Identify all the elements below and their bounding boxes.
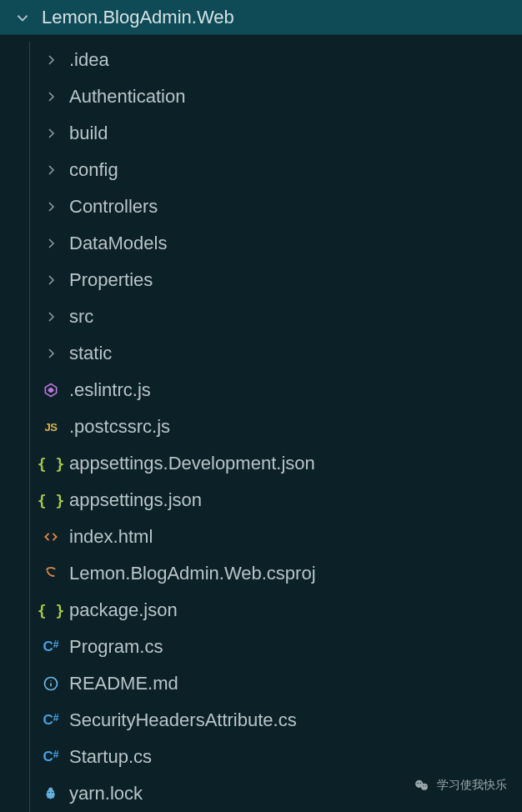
item-label: .idea <box>69 49 109 71</box>
file-item[interactable]: { }package.json <box>0 592 522 629</box>
folder-item[interactable]: Properties <box>0 262 522 298</box>
file-item[interactable]: C#Program.cs <box>0 629 522 665</box>
folder-item[interactable]: Authentication <box>0 78 522 115</box>
item-label: DataModels <box>69 233 167 254</box>
item-label: Authentication <box>69 86 185 108</box>
info-icon <box>41 674 61 694</box>
item-label: package.json <box>69 599 178 621</box>
item-label: SecurityHeadersAttribute.cs <box>69 709 297 731</box>
item-label: static <box>69 343 112 364</box>
file-item[interactable]: C#SecurityHeadersAttribute.cs <box>0 702 522 739</box>
watermark-text: 学习使我快乐 <box>437 778 507 793</box>
item-label: Lemon.BlogAdmin.Web.csproj <box>69 563 316 584</box>
file-tree: .ideaAuthenticationbuildconfigController… <box>0 35 522 812</box>
chevron-down-icon <box>15 10 30 25</box>
file-item[interactable]: index.html <box>0 519 522 555</box>
svg-point-13 <box>425 785 426 786</box>
svg-point-12 <box>423 785 424 786</box>
js-icon: JS <box>41 417 61 437</box>
csproj-icon <box>41 564 61 584</box>
wechat-icon <box>414 777 430 794</box>
item-label: src <box>69 306 93 328</box>
item-label: appsettings.Development.json <box>69 453 315 474</box>
chevron-right-icon <box>41 307 61 327</box>
file-item[interactable]: README.md <box>0 665 522 702</box>
chevron-right-icon <box>41 343 61 363</box>
item-label: Controllers <box>69 196 158 218</box>
csharp-icon: C# <box>41 637 61 657</box>
json-icon: { } <box>41 454 61 474</box>
csharp-icon: C# <box>41 710 61 730</box>
svg-point-6 <box>48 792 50 794</box>
svg-marker-1 <box>48 388 54 393</box>
folder-item[interactable]: config <box>0 152 522 188</box>
chevron-right-icon <box>41 87 61 107</box>
folder-item[interactable]: .idea <box>0 42 522 78</box>
item-label: .eslintrc.js <box>69 379 151 401</box>
yarn-icon <box>41 784 61 804</box>
file-item[interactable]: .eslintrc.js <box>0 372 522 409</box>
json-icon: { } <box>41 490 61 510</box>
chevron-right-icon <box>41 270 61 290</box>
item-label: Program.cs <box>69 636 163 658</box>
file-item[interactable]: { }appsettings.json <box>0 482 522 519</box>
folder-item[interactable]: DataModels <box>0 225 522 262</box>
folder-item[interactable]: Controllers <box>0 188 522 225</box>
folder-item[interactable]: src <box>0 298 522 335</box>
svg-point-5 <box>50 680 51 681</box>
chevron-right-icon <box>41 197 61 217</box>
item-label: build <box>69 123 108 144</box>
folder-item[interactable]: static <box>0 335 522 372</box>
svg-point-9 <box>421 784 428 790</box>
chevron-right-icon <box>41 123 61 143</box>
project-root-label: Lemon.BlogAdmin.Web <box>42 7 234 28</box>
item-label: .postcssrc.js <box>69 416 170 438</box>
item-label: README.md <box>69 673 178 694</box>
item-label: Properties <box>69 269 153 291</box>
file-item[interactable]: Lemon.BlogAdmin.Web.csproj <box>0 555 522 592</box>
file-item[interactable]: C#Startup.cs <box>0 739 522 775</box>
chevron-right-icon <box>41 50 61 70</box>
file-item[interactable]: { }appsettings.Development.json <box>0 445 522 482</box>
html-icon <box>41 527 61 547</box>
item-label: Startup.cs <box>69 746 152 768</box>
item-label: index.html <box>69 526 153 548</box>
item-label: appsettings.json <box>69 489 202 511</box>
chevron-right-icon <box>41 233 61 253</box>
eslint-icon <box>41 380 61 400</box>
svg-point-7 <box>52 792 53 794</box>
svg-point-10 <box>417 783 419 784</box>
folder-item[interactable]: build <box>0 115 522 152</box>
chevron-right-icon <box>41 160 61 180</box>
project-root-header[interactable]: Lemon.BlogAdmin.Web <box>0 0 522 35</box>
item-label: yarn.lock <box>69 783 143 804</box>
watermark: 学习使我快乐 <box>414 777 507 794</box>
json-icon: { } <box>41 600 61 620</box>
file-item[interactable]: JS.postcssrc.js <box>0 409 522 445</box>
item-label: config <box>69 159 118 181</box>
csharp-icon: C# <box>41 747 61 767</box>
svg-point-2 <box>46 569 48 570</box>
svg-point-11 <box>420 783 422 784</box>
